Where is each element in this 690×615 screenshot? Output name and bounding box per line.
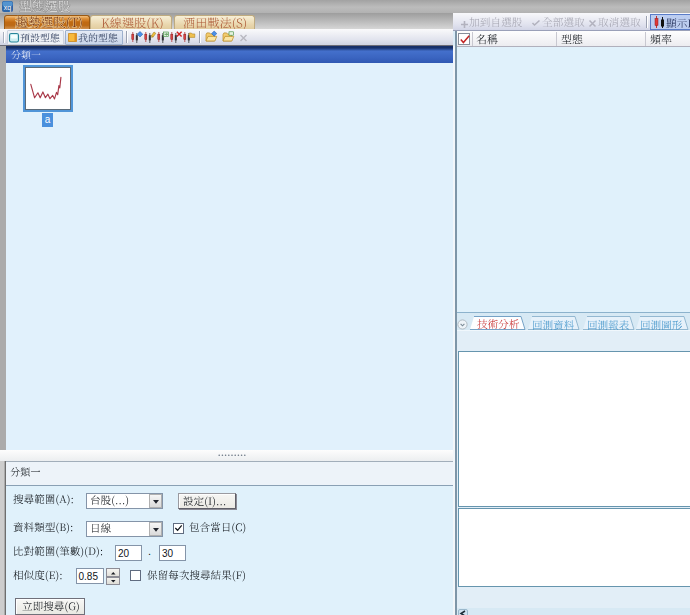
svg-text:xq: xq bbox=[4, 4, 12, 12]
